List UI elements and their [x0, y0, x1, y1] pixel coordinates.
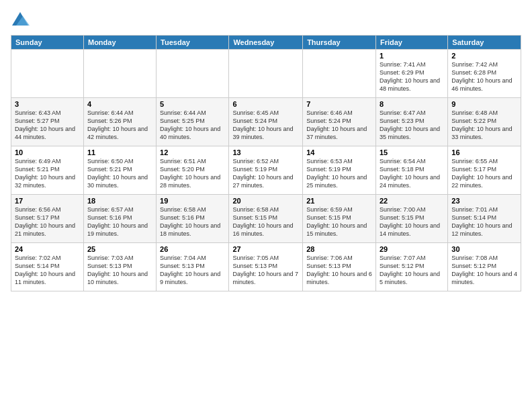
day-info: Sunrise: 6:54 AM Sunset: 5:18 PM Dayligh… [380, 157, 444, 190]
day-number: 12 [160, 148, 225, 156]
calendar-cell: 21Sunrise: 6:59 AM Sunset: 5:15 PM Dayli… [303, 195, 376, 243]
day-info: Sunrise: 7:41 AM Sunset: 6:29 PM Dayligh… [380, 60, 444, 93]
logo-icon [11, 11, 30, 30]
calendar-cell: 25Sunrise: 7:03 AM Sunset: 5:13 PM Dayli… [83, 243, 156, 291]
calendar-cell [229, 50, 303, 98]
calendar-cell: 26Sunrise: 7:04 AM Sunset: 5:13 PM Dayli… [157, 243, 229, 291]
weekday-header: Friday [375, 36, 447, 50]
calendar-cell: 20Sunrise: 6:58 AM Sunset: 5:15 PM Dayli… [229, 195, 303, 243]
header-row [11, 8, 521, 30]
day-info: Sunrise: 6:58 AM Sunset: 5:15 PM Dayligh… [232, 205, 299, 238]
day-info: Sunrise: 6:49 AM Sunset: 5:21 PM Dayligh… [15, 157, 80, 190]
calendar-cell: 2Sunrise: 7:42 AM Sunset: 6:28 PM Daylig… [448, 50, 521, 98]
page: SundayMondayTuesdayWednesdayThursdayFrid… [0, 0, 532, 411]
day-number: 3 [15, 100, 80, 108]
calendar-cell: 10Sunrise: 6:49 AM Sunset: 5:21 PM Dayli… [11, 146, 84, 195]
day-info: Sunrise: 7:07 AM Sunset: 5:12 PM Dayligh… [380, 254, 444, 287]
day-info: Sunrise: 6:44 AM Sunset: 5:26 PM Dayligh… [87, 109, 152, 142]
calendar-cell: 3Sunrise: 6:43 AM Sunset: 5:27 PM Daylig… [11, 98, 84, 146]
day-number: 19 [160, 197, 225, 205]
day-number: 9 [451, 100, 517, 108]
day-info: Sunrise: 6:45 AM Sunset: 5:24 PM Dayligh… [232, 109, 299, 142]
day-info: Sunrise: 6:52 AM Sunset: 5:19 PM Dayligh… [232, 157, 299, 190]
calendar-cell: 12Sunrise: 6:51 AM Sunset: 5:20 PM Dayli… [157, 146, 229, 195]
day-number: 22 [380, 197, 444, 205]
day-info: Sunrise: 7:08 AM Sunset: 5:12 PM Dayligh… [451, 254, 517, 287]
day-number: 18 [87, 197, 152, 205]
calendar-table: SundayMondayTuesdayWednesdayThursdayFrid… [11, 35, 521, 291]
day-number: 25 [87, 245, 152, 253]
calendar-cell: 1Sunrise: 7:41 AM Sunset: 6:29 PM Daylig… [375, 50, 447, 98]
day-info: Sunrise: 7:00 AM Sunset: 5:15 PM Dayligh… [380, 205, 444, 238]
day-number: 1 [380, 52, 444, 60]
day-number: 21 [306, 197, 372, 205]
calendar-cell [11, 50, 84, 98]
day-info: Sunrise: 6:56 AM Sunset: 5:17 PM Dayligh… [15, 205, 80, 238]
day-info: Sunrise: 6:55 AM Sunset: 5:17 PM Dayligh… [451, 157, 517, 190]
calendar-week-row: 10Sunrise: 6:49 AM Sunset: 5:21 PM Dayli… [11, 146, 521, 195]
day-number: 23 [451, 197, 517, 205]
calendar-cell: 4Sunrise: 6:44 AM Sunset: 5:26 PM Daylig… [83, 98, 156, 146]
weekday-header: Saturday [448, 36, 521, 50]
calendar-week-row: 17Sunrise: 6:56 AM Sunset: 5:17 PM Dayli… [11, 195, 521, 243]
calendar-cell: 5Sunrise: 6:44 AM Sunset: 5:25 PM Daylig… [157, 98, 229, 146]
calendar-cell: 24Sunrise: 7:02 AM Sunset: 5:14 PM Dayli… [11, 243, 84, 291]
weekday-header: Wednesday [229, 36, 303, 50]
day-number: 10 [15, 148, 80, 156]
day-info: Sunrise: 7:04 AM Sunset: 5:13 PM Dayligh… [160, 254, 225, 287]
day-number: 26 [160, 245, 225, 253]
day-number: 7 [306, 100, 372, 108]
calendar-cell: 23Sunrise: 7:01 AM Sunset: 5:14 PM Dayli… [448, 195, 521, 243]
calendar-cell: 29Sunrise: 7:07 AM Sunset: 5:12 PM Dayli… [375, 243, 447, 291]
day-info: Sunrise: 6:47 AM Sunset: 5:23 PM Dayligh… [380, 109, 444, 142]
day-info: Sunrise: 6:50 AM Sunset: 5:21 PM Dayligh… [87, 157, 152, 190]
calendar-cell: 15Sunrise: 6:54 AM Sunset: 5:18 PM Dayli… [375, 146, 447, 195]
weekday-header: Sunday [11, 36, 84, 50]
calendar-cell [303, 50, 376, 98]
day-number: 5 [160, 100, 225, 108]
calendar-cell: 14Sunrise: 6:53 AM Sunset: 5:19 PM Dayli… [303, 146, 376, 195]
day-info: Sunrise: 6:59 AM Sunset: 5:15 PM Dayligh… [306, 205, 372, 238]
day-number: 28 [306, 245, 372, 253]
day-number: 20 [232, 197, 299, 205]
day-number: 16 [451, 148, 517, 156]
calendar-cell: 6Sunrise: 6:45 AM Sunset: 5:24 PM Daylig… [229, 98, 303, 146]
calendar-cell: 18Sunrise: 6:57 AM Sunset: 5:16 PM Dayli… [83, 195, 156, 243]
day-info: Sunrise: 6:57 AM Sunset: 5:16 PM Dayligh… [87, 205, 152, 238]
day-info: Sunrise: 7:03 AM Sunset: 5:13 PM Dayligh… [87, 254, 152, 287]
day-number: 11 [87, 148, 152, 156]
calendar-cell: 19Sunrise: 6:58 AM Sunset: 5:16 PM Dayli… [157, 195, 229, 243]
weekday-header: Monday [83, 36, 156, 50]
calendar-cell: 13Sunrise: 6:52 AM Sunset: 5:19 PM Dayli… [229, 146, 303, 195]
day-info: Sunrise: 6:53 AM Sunset: 5:19 PM Dayligh… [306, 157, 372, 190]
weekday-header: Tuesday [157, 36, 229, 50]
calendar-week-row: 24Sunrise: 7:02 AM Sunset: 5:14 PM Dayli… [11, 243, 521, 291]
calendar-cell: 8Sunrise: 6:47 AM Sunset: 5:23 PM Daylig… [375, 98, 447, 146]
calendar-cell [157, 50, 229, 98]
calendar-cell: 27Sunrise: 7:05 AM Sunset: 5:13 PM Dayli… [229, 243, 303, 291]
day-info: Sunrise: 6:43 AM Sunset: 5:27 PM Dayligh… [15, 109, 80, 142]
logo [11, 11, 32, 30]
calendar-cell: 22Sunrise: 7:00 AM Sunset: 5:15 PM Dayli… [375, 195, 447, 243]
calendar-header-row: SundayMondayTuesdayWednesdayThursdayFrid… [11, 36, 521, 50]
calendar-cell: 9Sunrise: 6:48 AM Sunset: 5:22 PM Daylig… [448, 98, 521, 146]
calendar-cell: 11Sunrise: 6:50 AM Sunset: 5:21 PM Dayli… [83, 146, 156, 195]
day-info: Sunrise: 7:01 AM Sunset: 5:14 PM Dayligh… [451, 205, 517, 238]
day-number: 8 [380, 100, 444, 108]
day-number: 27 [232, 245, 299, 253]
day-number: 29 [380, 245, 444, 253]
calendar-cell: 17Sunrise: 6:56 AM Sunset: 5:17 PM Dayli… [11, 195, 84, 243]
calendar-cell: 30Sunrise: 7:08 AM Sunset: 5:12 PM Dayli… [448, 243, 521, 291]
calendar-week-row: 3Sunrise: 6:43 AM Sunset: 5:27 PM Daylig… [11, 98, 521, 146]
calendar-cell [83, 50, 156, 98]
day-number: 15 [380, 148, 444, 156]
day-info: Sunrise: 6:58 AM Sunset: 5:16 PM Dayligh… [160, 205, 225, 238]
day-number: 24 [15, 245, 80, 253]
day-number: 30 [451, 245, 517, 253]
calendar-cell: 16Sunrise: 6:55 AM Sunset: 5:17 PM Dayli… [448, 146, 521, 195]
day-number: 4 [87, 100, 152, 108]
calendar-week-row: 1Sunrise: 7:41 AM Sunset: 6:29 PM Daylig… [11, 50, 521, 98]
day-info: Sunrise: 7:02 AM Sunset: 5:14 PM Dayligh… [15, 254, 80, 287]
day-info: Sunrise: 7:42 AM Sunset: 6:28 PM Dayligh… [451, 60, 517, 93]
day-number: 13 [232, 148, 299, 156]
